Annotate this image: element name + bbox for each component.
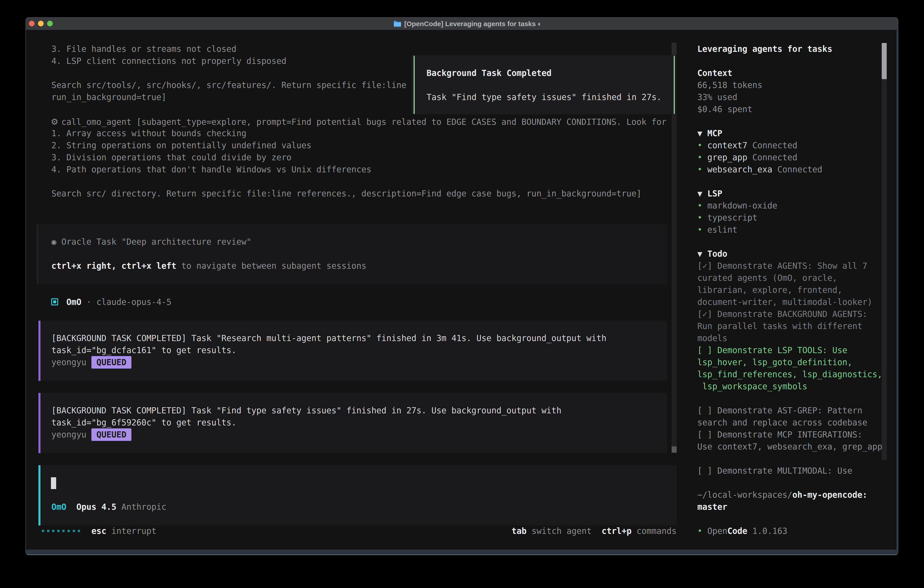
oracle-task-title: ◉ Oracle Task "Deep architecture review" [51,236,251,248]
title-group: [OpenCode] Leveraging agents for tasks ◐ [393,18,542,30]
mcp-header: ▼ MCP [697,127,722,139]
window-bottom-edge [26,550,898,555]
opencode-version: • OpenCode 1.0.163 [697,525,787,537]
folder-icon [393,20,401,27]
todo-item-active: lsp_workspace_symbols [697,380,807,393]
mcp-item: • grep_app Connected [697,152,797,164]
notification-toast [411,55,676,114]
todo-item-pending: search and replace across codebase [697,416,867,429]
session-line: 4. LSP client connections not properly d… [51,55,287,67]
todo-item-done: curated agents (OmO, oracle, [697,272,837,284]
spinner-dot [47,530,50,532]
desktop: [OpenCode] Leveraging agents for tasks ◐… [0,0,924,588]
context-used: 33% used [697,91,738,103]
todo-item-pending: [ ] Demonstrate MULTIMODAL: Use [697,465,852,477]
todo-item-done: [✓] Demonstrate AGENTS: Show all 7 [697,260,867,272]
todo-item-done: Run parallel tasks with different [697,320,862,332]
task-status-line: yeongyu QUEUED [51,356,131,368]
agent-icon [51,298,58,306]
todo-item-pending: Use context7, websearch_exa, grep_app [697,441,883,453]
notification-body: Task "Find type safety issues" finished … [427,91,662,103]
spinner-dot [52,530,54,532]
statusbar-right-hint: tab switch agent ctrl+p commands [512,525,676,537]
main-scrollbar-top-block [672,43,676,55]
prompt-input-panel[interactable] [38,465,677,525]
todo-item-pending: [ ] Demonstrate MCP INTEGRATIONS: [697,429,862,441]
session-line: Search src/ directory. Return specific f… [51,188,641,200]
window-title: [OpenCode] Leveraging agents for tasks ◐ [404,20,542,28]
toast-accent-left [414,56,415,114]
todo-item-done: models [697,332,727,344]
todo-item-active: lsp_find_references, lsp_diagnostics, [697,368,883,380]
text-cursor[interactable] [51,477,56,489]
mcp-item: • context7 Connected [697,139,797,152]
todo-item-done: [✓] Demonstrate BACKGROUND AGENTS: [697,308,867,320]
window-right-edge [896,30,898,550]
session-line: 2. String operations on potentially unde… [51,139,312,152]
spinner-dot [62,530,64,532]
queued-badge: QUEUED [91,356,131,368]
spinner-dot [68,530,70,532]
lsp-item: • typescript [697,212,757,224]
input-footer: OmO Opus 4.5 Anthropic [51,501,167,513]
tool-call-line: ⚙ call_omo_agent [subagent_type=explore,… [51,115,667,127]
session-line: run_in_background=true] [51,91,167,103]
task-completed-line: [BACKGROUND TASK COMPLETED] Task "Find t… [51,405,561,416]
spinner-dot [57,530,59,532]
task-completed-line: [BACKGROUND TASK COMPLETED] Task "Resear… [51,332,606,344]
todo-header: ▼ Todo [697,248,727,260]
session-line: 3. File handles or streams not closed [51,43,236,55]
notification-title: Background Task Completed [427,67,551,79]
sidebar-session-title: Leveraging agents for tasks [697,43,832,55]
spinner-dot [78,530,80,532]
session-line: Search src/tools/, src/hooks/, src/featu… [51,79,406,91]
titlebar[interactable]: [OpenCode] Leveraging agents for tasks ◐ [26,18,898,30]
todo-item-active: [ ] Demonstrate LSP TOOLS: Use [697,344,847,356]
session-line: 1. Array access without bounds checking [51,127,246,139]
zoom-button[interactable] [47,21,53,26]
session-line: 4. Path operations that don't handle Win… [51,164,371,175]
subagent-nav-hint: ctrl+x right, ctrl+x left to navigate be… [51,260,366,272]
todo-item-active: lsp_hover, lsp_goto_definition, [697,356,852,368]
task-status-line: yeongyu QUEUED [51,429,131,441]
git-branch: master [697,501,727,513]
task-id-line: task_id="bg_dcfac161" to get results. [51,344,236,356]
todo-item-pending: [ ] Demonstrate AST-GREP: Pattern [697,405,862,416]
mcp-item: • websearch_exa Connected [697,164,822,175]
main-scrollbar-thumb[interactable] [672,446,676,453]
context-header: Context [697,67,733,79]
agent-model-line: OmO · claude-opus-4-5 [66,296,172,308]
todo-item-done: document-writer, multimodal-looker) [697,296,872,308]
task-id-line: task_id="bg_6f59260c" to get results. [51,416,236,429]
spinner-dot [42,530,44,532]
context-tokens: 66,518 tokens [697,79,762,91]
workspace-path: ~/local-workspaces/oh-my-opencode: [697,489,867,501]
terminal-window: [OpenCode] Leveraging agents for tasks ◐… [25,17,898,555]
statusbar-left-hint: esc interrupt [91,525,157,537]
context-spent: $0.46 spent [697,103,752,115]
lsp-item: • markdown-oxide [697,200,777,212]
lsp-header: ▼ LSP [697,188,722,200]
lsp-item: • eslint [697,224,738,236]
toast-accent-right [674,56,675,114]
spinner-dot [73,530,75,532]
minimize-button[interactable] [38,21,44,26]
queued-badge: QUEUED [91,428,131,441]
sidebar-scrollbar-thumb[interactable] [882,43,887,79]
close-button[interactable] [29,21,35,26]
spinner-dots [42,525,83,537]
sidebar-scrollbar-track[interactable] [882,43,887,460]
oracle-task-panel [36,224,667,284]
todo-item-done: librarian, explore, frontend, [697,284,842,296]
session-line: 3. Division operations that could divide… [51,152,292,164]
agent-icon-fill [53,301,56,303]
